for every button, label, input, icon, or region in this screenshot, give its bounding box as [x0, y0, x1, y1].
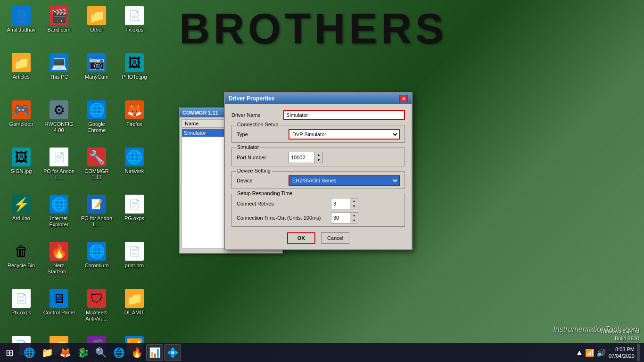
desktop-icon-ptx-oxps[interactable]: 📄 Ptx.oxps — [2, 285, 40, 332]
driver-name-input[interactable] — [283, 110, 405, 120]
desktop-icon-chromium[interactable]: 🌐 Chromium — [78, 238, 116, 285]
desktop-icon-firefox[interactable]: 🦊 Firefox — [116, 97, 153, 144]
articles-icon: 📁 — [12, 53, 31, 72]
tray-network-icon[interactable]: 📶 — [585, 348, 594, 357]
timeout-input[interactable] — [331, 213, 350, 223]
desktop-icon-tx-oxps[interactable]: 📄 Tx.oxps — [116, 2, 153, 49]
tx-oxps-label: Tx.oxps — [125, 27, 144, 33]
desktop-icon-articles[interactable]: 📁 Articles — [2, 49, 40, 97]
desktop-icon-recycle-bin[interactable]: 🗑 Recycle Bin — [2, 238, 40, 285]
type-row: Type DVP Simulator Ethernet RS232 — [237, 129, 400, 140]
driver-ok-button[interactable]: OK — [287, 232, 315, 244]
taskbar-icon-firefox[interactable]: 🦊 — [57, 344, 74, 361]
taskbar-icon-commgr-task[interactable]: 📊 — [146, 344, 163, 361]
device-setting-group: Device Setting Device EH2/SV/Old Series … — [231, 171, 405, 189]
taskbar-icon-explorer[interactable]: 📁 — [39, 344, 56, 361]
desktop-icon-arduino[interactable]: ⚡ Arduino — [2, 191, 40, 238]
sign-jpg-icon: 🖼 — [12, 148, 31, 166]
brothers-text: BROTHERS — [179, 5, 447, 53]
timeout-decrement-button[interactable]: ▼ — [350, 218, 358, 223]
taskbar-icon-search[interactable]: 🔍 — [92, 344, 109, 361]
desktop-icon-manycam[interactable]: 📷 ManyCam — [78, 49, 116, 97]
desktop-icon-pg-oxps[interactable]: 📄 PG.oxps — [116, 191, 153, 238]
gameloop-icon: 🎮 — [12, 100, 31, 119]
driver-name-row: Driver Name — [231, 110, 405, 120]
port-number-input[interactable] — [289, 152, 315, 163]
timeout-spinbox-arrows: ▲ ▼ — [350, 213, 358, 223]
desktop-icon-commgr[interactable]: 🔧 COMMGR 1.11 — [78, 144, 116, 191]
simulator-group: Simulator Port Number ▲ ▼ — [231, 148, 405, 166]
photo-jpg-icon: 🖼 — [125, 53, 144, 72]
control-panel-icon: 🖥 — [50, 289, 68, 308]
taskbar: ⊞ 🌐 📁 🦊 🐉 🔍 🌐 🔥 📊 💠 ▲ 📶 🔊 8:03 PM 07/04/… — [0, 343, 644, 362]
this-pc-icon: 💻 — [50, 53, 68, 72]
driver-name-label: Driver Name — [231, 112, 283, 118]
connect-retries-label: Connect Retries — [237, 201, 331, 206]
port-number-spinbox: ▲ ▼ — [289, 152, 323, 163]
print-prn-icon: 📄 — [125, 242, 144, 261]
responding-time-group: Setup Responding Time Connect Retries ▲ … — [231, 194, 405, 227]
connect-retries-input[interactable] — [331, 198, 350, 209]
show-desktop-button[interactable] — [637, 344, 640, 361]
desktop-icon-photo-jpg[interactable]: 🖼 PHOTo.jpg — [116, 49, 153, 97]
desktop-icon-ie[interactable]: 🌐 Internet Explorer — [40, 191, 78, 238]
connect-retries-row: Connect Retries ▲ ▼ — [237, 198, 400, 209]
tray-arrow-icon[interactable]: ▲ — [576, 348, 583, 357]
desktop-icon-hwconfig[interactable]: ⚙ HWCONFIG 4.00 — [40, 97, 78, 144]
desktop-icon-dl-amit[interactable]: 📁 DL AMIT — [116, 285, 153, 332]
pg-oxps-icon: 📄 — [125, 195, 144, 214]
hwconfig-icon: ⚙ — [50, 100, 68, 119]
start-button[interactable]: ⊞ — [0, 343, 19, 362]
desktop-icon-google-chrome[interactable]: 🌐 Google Chrome — [78, 97, 116, 144]
taskbar-icon-chrome[interactable]: 🌐 — [110, 344, 127, 361]
desktop-icon-po-andon2[interactable]: 📝 PO for Andon L... — [78, 191, 116, 238]
device-select[interactable]: EH2/SV/Old Series ES/EX/SS Series EC Ser… — [289, 175, 400, 186]
connect-retries-spinbox: ▲ ▼ — [331, 198, 358, 209]
taskbar-icon-app2[interactable]: 🔥 — [128, 344, 145, 361]
desktop-icon-network[interactable]: 🌐 Network — [116, 144, 153, 191]
po-andon1-label: PO for Andon L... — [42, 168, 76, 181]
arduino-label: Arduino — [12, 215, 30, 222]
driver-titlebar: Driver Properties ✕ — [225, 93, 412, 104]
desktop-icon-mcafee[interactable]: 🛡 McAfee® AntiViru... — [78, 285, 116, 332]
desktop-icon-gameloop[interactable]: 🎮 Gameloop — [2, 97, 40, 144]
simulator-label: Simulator — [236, 144, 260, 150]
arduino-icon: ⚡ — [12, 195, 31, 214]
driver-close-button[interactable]: ✕ — [399, 95, 408, 102]
commgr-label: COMMGR 1.11 — [80, 168, 114, 181]
timeout-increment-button[interactable]: ▲ — [350, 213, 358, 218]
tray-volume-icon[interactable]: 🔊 — [596, 348, 606, 357]
taskbar-icon-app1[interactable]: 🐉 — [74, 344, 91, 361]
driver-title: Driver Properties — [229, 95, 274, 102]
other-label: Other — [90, 27, 103, 33]
desktop-icon-sign-jpg[interactable]: 🖼 SIGN.jpg — [2, 144, 40, 191]
retries-decrement-button[interactable]: ▼ — [350, 204, 358, 209]
taskbar-clock[interactable]: 8:03 PM 07/04/2020 — [609, 346, 635, 360]
tx-oxps-icon: 📄 — [125, 6, 144, 25]
network-label: Network — [125, 168, 144, 174]
port-decrement-button[interactable]: ▼ — [315, 157, 322, 163]
desktop-icon-amit-jadhav[interactable]: 👤 Amit Jadhav — [2, 2, 40, 49]
port-number-row: Port Number ▲ ▼ — [237, 152, 400, 163]
desktop-icon-print-prn[interactable]: 📄 print.prn — [116, 238, 153, 285]
taskbar-icon-driver-task[interactable]: 💠 — [164, 344, 181, 361]
desktop-icon-po-andon1[interactable]: 📄 PO for Andon L... — [40, 144, 78, 191]
desktop-icon-control-panel[interactable]: 🖥 Control Panel — [40, 285, 78, 332]
port-increment-button[interactable]: ▲ — [315, 152, 322, 157]
device-label: Device — [237, 178, 289, 183]
taskbar-time: 8:03 PM — [609, 346, 635, 353]
desktop-icon-nero[interactable]: 🔥 Nero StartSm... — [40, 238, 78, 285]
taskbar-icon-ie[interactable]: 🌐 — [21, 344, 38, 361]
type-select[interactable]: DVP Simulator Ethernet RS232 — [289, 129, 400, 140]
retries-increment-button[interactable]: ▲ — [350, 198, 358, 204]
desktop-icon-area: 👤 Amit Jadhav 🎬 Bandicam 📁 Other 📄 Tx.ox… — [0, 0, 179, 339]
taskbar-icons-area: 🌐 📁 🦊 🐉 🔍 🌐 🔥 📊 💠 — [19, 344, 572, 361]
win-info-line2: Build 9600 — [600, 335, 639, 342]
desktop-icon-other[interactable]: 📁 Other — [78, 2, 116, 49]
manycam-label: ManyCam — [85, 74, 108, 80]
firefox-icon: 🦊 — [125, 100, 144, 119]
dl-amit-label: DL AMIT — [124, 310, 144, 316]
desktop-icon-this-pc[interactable]: 💻 This PC — [40, 49, 78, 97]
driver-cancel-button[interactable]: Cancel — [321, 232, 349, 244]
desktop-icon-bandicam[interactable]: 🎬 Bandicam — [40, 2, 78, 49]
